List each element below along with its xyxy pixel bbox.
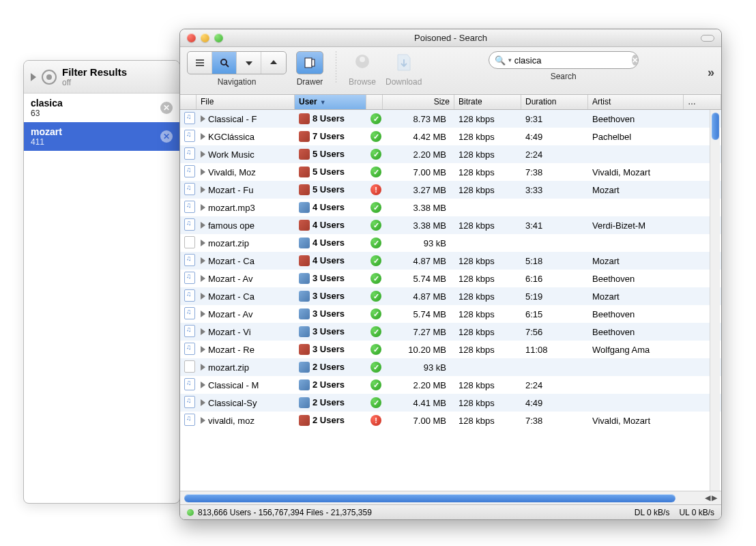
user-count: 3 Users xyxy=(312,273,345,283)
user-count: 5 Users xyxy=(312,184,345,195)
disclosure-icon[interactable] xyxy=(201,328,205,335)
disclosure-icon[interactable] xyxy=(201,151,205,158)
col-icon[interactable] xyxy=(180,95,197,109)
disclosure-icon[interactable] xyxy=(201,293,205,300)
disclosure-icon[interactable] xyxy=(201,222,205,229)
table-row[interactable]: Mozart - Fu5 Users!3.27 MB128 kbps3:33Mo… xyxy=(180,181,721,199)
col-file[interactable]: File xyxy=(197,95,295,109)
col-duration[interactable]: Duration xyxy=(521,95,588,109)
disclosure-icon[interactable] xyxy=(201,364,205,371)
disclosure-icon[interactable] xyxy=(201,275,205,282)
table-row[interactable]: Classical - F8 Users✓8.73 MB128 kbps9:31… xyxy=(180,110,721,128)
nav-list-button[interactable] xyxy=(188,52,212,74)
scroll-left-button[interactable]: ◀ xyxy=(705,493,710,502)
clear-search-button[interactable]: ✕ xyxy=(632,55,638,66)
disclosure-icon[interactable] xyxy=(201,346,205,353)
svg-line-4 xyxy=(226,64,229,67)
table-row[interactable]: Classical-Sy2 Users✓4.41 MB128 kbps4:49 xyxy=(180,394,721,412)
filter-item[interactable]: mozart411✕ xyxy=(24,122,179,151)
disclosure-icon[interactable] xyxy=(201,133,205,140)
file-duration: 11:08 xyxy=(521,345,588,355)
file-bitrate: 128 kbps xyxy=(454,185,521,195)
col-user[interactable]: User▼ xyxy=(295,95,366,109)
file-duration: 4:49 xyxy=(521,398,588,408)
col-size[interactable]: Size xyxy=(383,95,454,109)
source-icon xyxy=(299,113,310,124)
drawer-button[interactable] xyxy=(296,51,323,74)
navigation-label: Navigation xyxy=(218,77,257,87)
music-file-icon xyxy=(184,307,195,319)
disclosure-icon[interactable] xyxy=(201,186,205,193)
source-icon xyxy=(299,291,310,302)
disclosure-icon[interactable] xyxy=(201,169,205,175)
source-icon xyxy=(299,415,310,426)
col-bitrate[interactable]: Bitrate xyxy=(454,95,521,109)
col-status[interactable] xyxy=(366,95,383,109)
vertical-scrollbar[interactable] xyxy=(710,110,720,491)
disclosure-icon[interactable] xyxy=(201,115,205,122)
file-bitrate: 128 kbps xyxy=(454,256,521,266)
table-row[interactable]: Mozart - Vi3 Users✓7.27 MB128 kbps7:56Be… xyxy=(180,323,721,341)
file-bitrate: 128 kbps xyxy=(454,416,521,426)
vertical-scroll-thumb[interactable] xyxy=(712,113,719,140)
file-duration: 2:24 xyxy=(521,149,588,160)
filter-header: Filter Results off xyxy=(24,61,179,94)
results-table: File User▼ Size Bitrate Duration Artist … xyxy=(180,95,721,491)
table-row[interactable]: Mozart - Av3 Users✓5.74 MB128 kbps6:15Be… xyxy=(180,305,721,323)
disclosure-icon[interactable] xyxy=(201,417,205,424)
table-row[interactable]: mozart.mp34 Users✓3.38 MB xyxy=(180,199,721,216)
col-more[interactable]: … xyxy=(684,95,721,109)
disclosure-icon[interactable] xyxy=(201,240,205,246)
disclosure-icon[interactable] xyxy=(201,399,205,406)
status-ok-icon: ✓ xyxy=(370,113,381,124)
user-count: 5 Users xyxy=(312,167,345,177)
table-row[interactable]: Vivaldi, Moz5 Users✓7.00 MB128 kbps7:38V… xyxy=(180,163,721,181)
horizontal-scroll-thumb[interactable] xyxy=(184,494,675,502)
file-size: 3.38 MB xyxy=(383,203,454,213)
file-size: 5.74 MB xyxy=(383,309,454,319)
table-row[interactable]: Classical - M2 Users✓2.20 MB128 kbps2:24 xyxy=(180,376,721,394)
user-count: 3 Users xyxy=(312,326,345,336)
search-input[interactable] xyxy=(514,55,629,66)
toolbar-overflow-button[interactable]: » xyxy=(708,66,714,80)
file-size: 5.74 MB xyxy=(383,274,454,284)
status-stats: 813,666 Users - 156,767,394 Files - 21,3… xyxy=(198,508,372,517)
status-ok-icon: ✓ xyxy=(370,167,381,177)
nav-up-button[interactable] xyxy=(261,52,286,74)
nav-down-button[interactable] xyxy=(237,52,261,74)
filter-item-clear-button[interactable]: ✕ xyxy=(160,130,173,143)
disclosure-icon[interactable] xyxy=(201,382,205,388)
search-menu-arrow-icon[interactable]: ▾ xyxy=(508,57,512,63)
table-row[interactable]: KGClássica7 Users✓4.42 MB128 kbps4:49Pac… xyxy=(180,128,721,145)
filter-item-clear-button[interactable]: ✕ xyxy=(160,102,173,114)
search-field[interactable]: 🔍 ▾ ✕ xyxy=(489,51,639,69)
toolbar-divider xyxy=(336,51,336,84)
disclosure-icon[interactable] xyxy=(201,257,205,264)
toolbar-toggle-button[interactable] xyxy=(701,35,714,42)
file-duration: 3:33 xyxy=(521,185,588,195)
table-row[interactable]: Mozart - Re3 Users✓10.20 MB128 kbps11:08… xyxy=(180,341,721,358)
music-file-icon xyxy=(184,414,195,426)
table-row[interactable]: Mozart - Av3 Users✓5.74 MB128 kbps6:16Be… xyxy=(180,270,721,287)
file-size: 7.27 MB xyxy=(383,327,454,337)
table-row[interactable]: famous ope4 Users✓3.38 MB128 kbps3:41Ver… xyxy=(180,216,721,234)
col-artist[interactable]: Artist xyxy=(588,95,684,109)
status-ok-icon: ✓ xyxy=(370,149,381,160)
titlebar[interactable]: Poisoned - Search xyxy=(180,29,721,47)
table-row[interactable]: mozart.zip4 Users✓93 kB xyxy=(180,234,721,252)
file-duration: 7:38 xyxy=(521,416,588,426)
disclosure-icon[interactable] xyxy=(201,311,205,317)
disclosure-icon[interactable] xyxy=(201,204,205,211)
table-header: File User▼ Size Bitrate Duration Artist … xyxy=(180,95,721,110)
file-size: 7.00 MB xyxy=(383,416,454,426)
table-row[interactable]: Mozart - Ca3 Users✓4.87 MB128 kbps5:19Mo… xyxy=(180,287,721,305)
nav-search-button[interactable] xyxy=(212,52,237,74)
scroll-right-button[interactable]: ▶ xyxy=(712,493,717,502)
horizontal-scrollbar[interactable]: ◀ ▶ xyxy=(180,491,721,504)
table-row[interactable]: mozart.zip2 Users✓93 kB xyxy=(180,358,721,376)
filter-item[interactable]: clasica63✕ xyxy=(24,94,179,122)
table-row[interactable]: vivaldi, moz2 Users!7.00 MB128 kbps7:38V… xyxy=(180,412,721,429)
table-row[interactable]: Mozart - Ca4 Users✓4.87 MB128 kbps5:18Mo… xyxy=(180,252,721,270)
sort-desc-icon: ▼ xyxy=(320,99,326,106)
table-row[interactable]: Work Music5 Users✓2.20 MB128 kbps2:24 xyxy=(180,145,721,163)
